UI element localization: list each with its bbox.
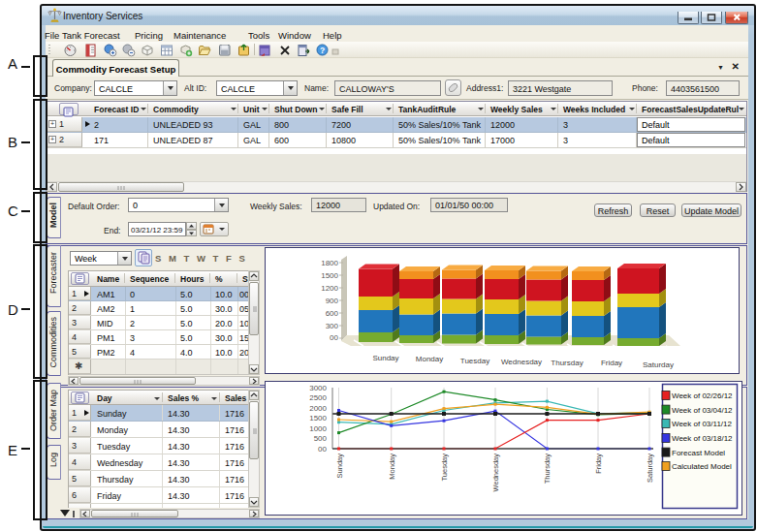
svg-text:Monday: Monday	[416, 355, 443, 363]
svg-text:1000: 1000	[309, 424, 327, 433]
svg-text:2000: 2000	[309, 404, 327, 413]
svg-text:Monday: Monday	[388, 454, 396, 480]
svg-text:Week of 03/18/12: Week of 03/18/12	[672, 434, 733, 443]
svg-text:Tuesday: Tuesday	[440, 454, 449, 482]
svg-text:Wednesday: Wednesday	[501, 358, 542, 366]
svg-text:1200: 1200	[321, 284, 338, 293]
svg-text:Sunday: Sunday	[372, 354, 398, 362]
svg-text:900: 900	[326, 297, 339, 305]
svg-text:Week of 03/11/12: Week of 03/11/12	[672, 420, 733, 428]
svg-text:Thursday: Thursday	[543, 454, 552, 485]
svg-text:1800: 1800	[321, 259, 338, 267]
svg-text:Friday: Friday	[594, 454, 603, 474]
svg-text:1500: 1500	[309, 414, 327, 422]
svg-text:Calculated Model: Calculated Model	[672, 462, 732, 471]
svg-text:300: 300	[326, 322, 339, 330]
svg-text:Week of 03/04/12: Week of 03/04/12	[672, 406, 733, 415]
svg-text:?: ?	[320, 46, 325, 55]
svg-text:00: 00	[318, 445, 327, 454]
svg-text:Week of 02/26/12: Week of 02/26/12	[672, 391, 733, 400]
svg-text:Forecast Model: Forecast Model	[672, 449, 725, 457]
svg-text:1500: 1500	[321, 271, 338, 280]
svg-text:Wednesday: Wednesday	[491, 454, 500, 492]
svg-text:Friday: Friday	[601, 359, 622, 367]
svg-text:2500: 2500	[309, 393, 327, 402]
svg-text:00: 00	[330, 333, 338, 342]
svg-text:3000: 3000	[309, 384, 327, 392]
svg-text:Thursday: Thursday	[551, 359, 583, 367]
svg-text:600: 600	[326, 309, 339, 318]
svg-text:Tuesday: Tuesday	[460, 357, 489, 365]
svg-text:Saturday: Saturday	[643, 360, 674, 369]
svg-text:Saturday: Saturday	[646, 454, 654, 483]
svg-text:500: 500	[314, 434, 328, 443]
svg-text:Sunday: Sunday	[335, 454, 344, 479]
